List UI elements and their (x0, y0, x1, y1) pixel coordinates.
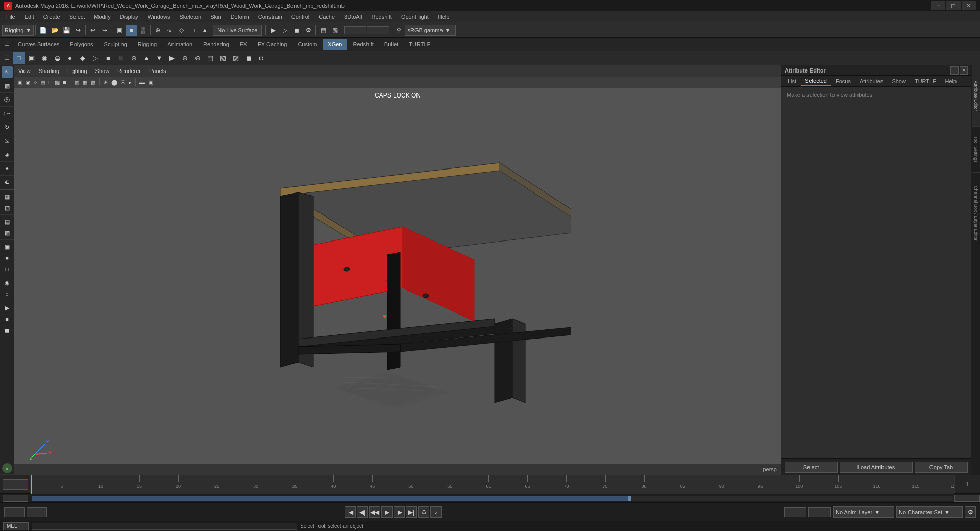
close-button[interactable]: ✕ (962, 1, 976, 10)
display-tool-1[interactable]: ◉ (2, 277, 13, 288)
xgen-icon-7[interactable]: ▷ (89, 52, 102, 64)
playback-frame-input-1[interactable]: 1 (4, 507, 24, 517)
menu-control[interactable]: Control (287, 13, 313, 21)
xgen-icon-19[interactable]: ◼ (242, 52, 255, 64)
xgen-icon-13[interactable]: ▶ (166, 52, 178, 64)
anim-layer-dropdown[interactable]: No Anim Layer ▼ (833, 506, 894, 518)
vp-ao-button[interactable]: ☉ (119, 78, 127, 87)
xgen-icon-4[interactable]: ◒ (51, 52, 63, 64)
snap-to-point-button[interactable]: ◇ (176, 25, 187, 36)
xgen-icon-12[interactable]: ▼ (153, 52, 165, 64)
render-tool-2[interactable]: ■ (2, 313, 13, 325)
scale-tool-button[interactable]: ⇲ (2, 135, 13, 147)
module-menu-button[interactable]: ☰ (2, 39, 12, 50)
menu-file[interactable]: File (2, 13, 19, 21)
module-tab-animation[interactable]: Animation (162, 39, 198, 50)
layer-ref-button[interactable]: □ (2, 263, 13, 275)
vp-wireframe-button[interactable]: ▨ (73, 78, 80, 87)
snap-to-curve-button[interactable]: ∿ (164, 25, 175, 36)
go-to-end-button[interactable]: ▶| (406, 506, 417, 518)
menu-modify[interactable]: Modify (90, 13, 114, 21)
xgen-icon-9[interactable]: ◾ (115, 52, 127, 64)
right-strip-tool-settings[interactable]: Tool Settings (972, 127, 980, 173)
paint-select-tool-button[interactable]: ▩ (2, 80, 13, 91)
menu-redshift[interactable]: Redshift (368, 13, 396, 21)
right-strip-channel-box[interactable]: Channel Box / Layer Editor (972, 173, 980, 254)
save-scene-button[interactable]: 💾 (61, 25, 72, 36)
module-tab-custom[interactable]: Custom (292, 39, 322, 50)
range-max-input[interactable]: 120 (784, 507, 806, 517)
render-sequence-button[interactable]: ◼ (291, 25, 302, 36)
undo-button[interactable]: ↩ (87, 25, 99, 36)
viewport-menu-renderer[interactable]: Renderer (117, 68, 141, 74)
new-scene-button[interactable]: 📄 (37, 25, 48, 36)
attr-tab-show[interactable]: Show (888, 77, 910, 85)
vp-motion-blur-button[interactable]: ▸ (128, 78, 133, 87)
render-settings-button[interactable]: ⚙ (303, 25, 314, 36)
viewport-menu-panels[interactable]: Panels (149, 68, 166, 74)
attr-tab-list[interactable]: List (783, 77, 800, 85)
redo-button[interactable]: ↪ (99, 25, 110, 36)
snap-to-grid-button[interactable]: ⊕ (152, 25, 163, 36)
vp-tool-4[interactable]: ▤ (39, 78, 46, 87)
menu-help[interactable]: Help (434, 13, 454, 21)
viewport-menu-show[interactable]: Show (95, 68, 110, 74)
xgen-icon-15[interactable]: ⊖ (191, 52, 204, 64)
attr-copy-tab-button[interactable]: Copy Tab (915, 462, 968, 473)
range-start-input[interactable]: 1 (3, 495, 28, 502)
import-button[interactable]: ↪ (72, 25, 84, 36)
menu-skin[interactable]: Skin (206, 13, 225, 21)
rotate-tool-button[interactable]: ↻ (2, 122, 13, 133)
menu-select[interactable]: Select (65, 13, 89, 21)
snap-to-surface-button[interactable]: ▲ (199, 25, 210, 36)
restore-button[interactable]: ◻ (946, 1, 961, 10)
play-back-button[interactable]: ◀◀ (369, 506, 380, 518)
menu-create[interactable]: Create (39, 13, 64, 21)
select-tool-button[interactable]: ↖ (2, 66, 13, 78)
vp-shadow-button[interactable]: ⬤ (110, 78, 118, 87)
xgen-icon-18[interactable]: ▨ (230, 52, 242, 64)
xgen-icon-3[interactable]: ◉ (38, 52, 51, 64)
select-by-object-button[interactable]: ▒ (137, 25, 149, 36)
menu-deform[interactable]: Deform (227, 13, 253, 21)
xgen-menu-button[interactable]: ☰ (2, 53, 12, 63)
playback-frame-input-2[interactable]: 1 (27, 507, 47, 517)
attr-tab-turtle[interactable]: TURTLE (911, 77, 941, 85)
coord-y-input[interactable]: 1.00 (367, 26, 389, 34)
current-time-input[interactable]: 1 (3, 479, 28, 490)
curve-tool-1[interactable]: ▤ (2, 216, 13, 227)
command-input[interactable] (32, 523, 297, 530)
xgen-icon-20[interactable]: ◘ (255, 52, 267, 64)
play-forward-button[interactable]: ▶ (381, 506, 393, 518)
select-by-component-button[interactable]: ■ (126, 25, 137, 36)
viewport-menu-shading[interactable]: Shading (39, 68, 59, 74)
audio-button[interactable]: ♪ (430, 506, 442, 518)
attr-editor-close[interactable]: ✕ (960, 66, 968, 75)
module-tab-bullet[interactable]: Bullet (379, 39, 404, 50)
module-tab-polygons[interactable]: Polygons (65, 39, 98, 50)
xgen-icon-5[interactable]: ● (64, 52, 76, 64)
module-tab-rigging[interactable]: Rigging (133, 39, 162, 50)
vp-lighting-button[interactable]: ☀ (102, 78, 109, 87)
minimize-button[interactable]: − (931, 1, 945, 10)
viewport[interactable]: View Shading Lighting Show Renderer Pane… (14, 65, 781, 475)
layer-lock-button[interactable]: ■ (2, 252, 13, 263)
vp-smooth-button[interactable]: ▦ (81, 78, 88, 87)
vp-tool-1[interactable]: ▣ (16, 78, 23, 87)
gamma-dropdown[interactable]: sRGB gamma ▼ (405, 25, 456, 36)
attr-tab-selected[interactable]: Selected (801, 77, 831, 86)
range-end-handle[interactable] (628, 496, 631, 501)
attr-editor-minimize[interactable]: − (950, 66, 959, 75)
xgen-icon-8[interactable]: ■ (102, 52, 114, 64)
xgen-icon-1[interactable]: □ (13, 52, 25, 64)
right-strip-attribute-editor[interactable]: Attribute Editor (972, 65, 980, 127)
show-heads-up-button[interactable]: ▧ (329, 25, 340, 36)
go-to-start-button[interactable]: |◀ (345, 506, 356, 518)
loop-button[interactable]: ♺ (418, 506, 429, 518)
vp-textured-button[interactable]: ▩ (89, 78, 96, 87)
layer-vis-button[interactable]: ▣ (2, 241, 13, 252)
module-tab-fx-caching[interactable]: FX Caching (253, 39, 292, 50)
ipr-render-button[interactable]: ▷ (279, 25, 290, 36)
module-tab-sculpting[interactable]: Sculpting (99, 39, 132, 50)
display-tool-2[interactable]: ○ (2, 288, 13, 300)
